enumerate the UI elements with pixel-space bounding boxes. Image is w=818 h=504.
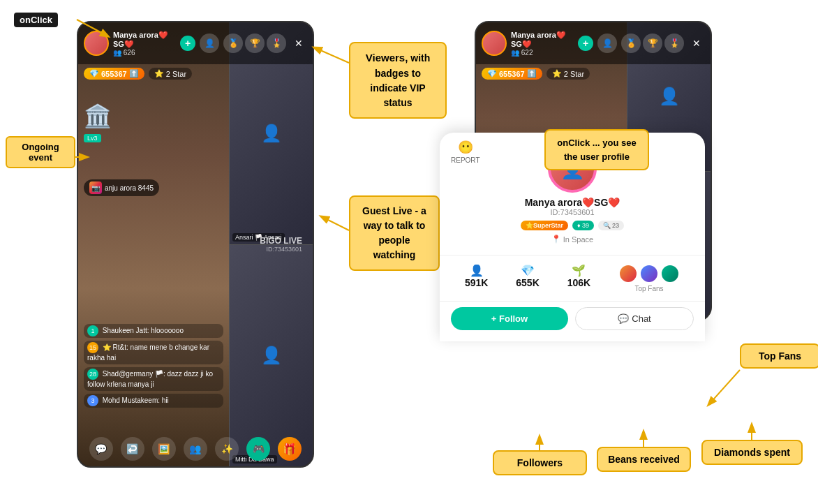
diamonds-icon: 🌱 [567, 264, 590, 277]
right-username: Manya arora❤️SG❤️ [511, 31, 574, 49]
star-rank-badge: ⭐ 2 Star [149, 68, 192, 80]
beans-icon: 💎 [516, 264, 539, 277]
chat-line-4: 3 Mohd Mustakeem: hii [84, 394, 223, 408]
callout-beans-received: Beans received [597, 447, 691, 472]
badge-icon-1: 🏅 [223, 34, 243, 53]
close-button[interactable]: ✕ [290, 36, 307, 50]
instagram-badge[interactable]: 📷 anju arora 8445 [84, 179, 159, 196]
right-star-badge: ⭐ 2 Star [546, 68, 590, 80]
badge-icon-3: 🎖️ [267, 34, 286, 53]
badge-icon-2: 🏆 [245, 34, 265, 53]
user-info: Manya arora❤️SG❤️ 👥 626 [113, 31, 176, 57]
guest-avatar-2: 👤 [230, 245, 313, 467]
right-badge-3: 🎖️ [664, 34, 684, 53]
diamond-score: 655367 [101, 70, 127, 78]
callout-diamonds-spent: Diamonds spent [701, 440, 803, 465]
instagram-name: anju arora 8445 [105, 184, 154, 192]
followers-count: 591K [465, 277, 488, 288]
chat-text-3: Shad@germany 🏳️‍: dazz dazz ji ko follow… [87, 370, 213, 388]
report-button[interactable]: 😶 REPORT [451, 140, 480, 164]
callout-ongoing-event: Ongoing event [6, 136, 75, 168]
location-icon: 📍 [551, 235, 561, 244]
chat-button-popup[interactable]: 💬 Chat [575, 307, 694, 330]
super-star-badge: ⭐SuperStar [521, 221, 568, 230]
level-badge: Lv3 [84, 134, 101, 142]
svg-line-5 [708, 370, 740, 405]
profile-id: ID:73453601 [551, 208, 595, 216]
chat-icon: 💬 [618, 313, 629, 324]
profile-actions: + Follow 💬 Chat [440, 307, 705, 330]
guest-live-bold: Guest Live [362, 205, 412, 216]
right-star-icon: ⭐ [552, 69, 562, 78]
profile-badges: ⭐SuperStar ♦ 39 🔍 23 [521, 221, 624, 230]
onclick-label-left: onClick [14, 13, 58, 27]
stat-followers: 👤 591K [465, 264, 488, 292]
right-avatar[interactable] [482, 31, 507, 56]
share-button[interactable]: ↩️ [121, 437, 144, 461]
follow-button-popup[interactable]: + Follow [451, 307, 568, 330]
right-follow-button[interactable]: + [578, 36, 593, 51]
chat-num-4: 3 [87, 395, 98, 406]
stat-diamonds: 🌱 106K [567, 264, 590, 292]
fan-avatar-1 [618, 264, 638, 283]
games-button[interactable]: 🎮 [246, 437, 270, 461]
profile-icon[interactable]: 👤 [200, 34, 219, 53]
diamond-score-badge: 💎 655367 ⬆️ [84, 68, 144, 80]
instagram-icon: 📷 [89, 181, 102, 194]
followers-icon: 👤 [465, 264, 488, 277]
right-badge-1: 🏅 [621, 34, 641, 53]
effects-button[interactable]: ✨ [215, 437, 239, 461]
right-star-rank: 2 Star [564, 70, 584, 78]
profile-location: 📍 In Space [551, 235, 593, 244]
right-user-info: Manya arora❤️SG❤️ 👥 622 [511, 31, 574, 57]
diamond-icon: 💎 [89, 69, 99, 78]
chat-area: 1 Shaukeen Jatt: hlooooooo 15 ⭐ Rt&t: na… [84, 324, 223, 410]
chat-text-2: ⭐ Rt&t: name mene b change kar rakha hai [87, 343, 209, 362]
right-up-arrow: ⬆️ [527, 69, 537, 78]
right-close-button[interactable]: ✕ [688, 36, 705, 50]
stat-top-fans: Top Fans [618, 264, 680, 292]
top-bar: Manya arora❤️SG❤️ 👥 626 + 👤 🏅 🏆 🎖️ ✕ [78, 22, 313, 64]
left-phone-mockup: BIGO LIVE ID:73453601 Manya arora❤️SG❤️ … [77, 21, 314, 468]
beans-count: 655K [516, 277, 539, 288]
viewers-callout-text: Viewers, [366, 52, 408, 64]
callout-guest-live: Guest Live - a way to talk to people wat… [349, 195, 440, 271]
viewer-count: 👥 626 [113, 49, 176, 57]
callout-top-fans: Top Fans [740, 343, 818, 369]
top-fans-label: Top Fans [618, 285, 680, 292]
profile-name: Manya arora❤️SG❤️ [525, 197, 620, 208]
right-badge-2: 🏆 [643, 34, 662, 53]
viewers-icon: 👥 [113, 49, 121, 57]
fan-avatar-2 [639, 264, 659, 283]
photo-button[interactable]: 🖼️ [152, 437, 176, 461]
avatar[interactable] [84, 31, 109, 56]
gift-button[interactable]: 🎁 [278, 437, 302, 461]
right-viewer-count: 👥 622 [511, 49, 574, 57]
bigo-id: ID:73453601 [260, 246, 302, 253]
callout-viewers: Viewers, with badges to indicate VIP sta… [349, 42, 447, 119]
profile-stats: 👤 591K 💎 655K 🌱 106K Top Fans [440, 255, 705, 302]
up-arrow-icon: ⬆️ [129, 69, 139, 78]
follow-button[interactable]: + [180, 36, 195, 51]
right-diamond-icon: 💎 [487, 69, 497, 78]
stat-beans: 💎 655K [516, 264, 539, 292]
right-top-bar: Manya arora❤️SG❤️ 👥 622 + 👤 🏅 🏆 🎖️ ✕ [476, 22, 711, 64]
fan-avatar-3 [660, 264, 680, 283]
bigo-live-text: BIGO LIVE [260, 236, 302, 246]
right-viewers-icon: 👥 [511, 49, 519, 57]
users-button[interactable]: 👥 [184, 437, 207, 461]
chat-input-button[interactable]: 💬 [89, 437, 113, 461]
right-diamond-score: 655367 [499, 70, 525, 78]
bottom-action-bar: 💬 ↩️ 🖼️ 👥 ✨ 🎮 🎁 [78, 437, 313, 461]
right-profile-icon[interactable]: 👤 [597, 34, 617, 53]
chat-num-1: 1 [87, 325, 98, 336]
chat-line-3: 28 Shad@germany 🏳️‍: dazz dazz ji ko fol… [84, 367, 223, 391]
leaderboard-row: 💎 655367 ⬆️ ⭐ 2 Star [84, 68, 307, 80]
badge-follow: 🔍 23 [598, 221, 624, 230]
chat-line-2: 15 ⭐ Rt&t: name mene b change kar rakha … [84, 341, 223, 364]
report-icon: 😶 [458, 140, 473, 155]
bigo-watermark: BIGO LIVE ID:73453601 [260, 236, 302, 253]
top-fans-avatars [618, 264, 680, 283]
right-diamond-badge: 💎 655367 ⬆️ [482, 68, 542, 80]
chat-num-2: 15 [87, 342, 98, 353]
